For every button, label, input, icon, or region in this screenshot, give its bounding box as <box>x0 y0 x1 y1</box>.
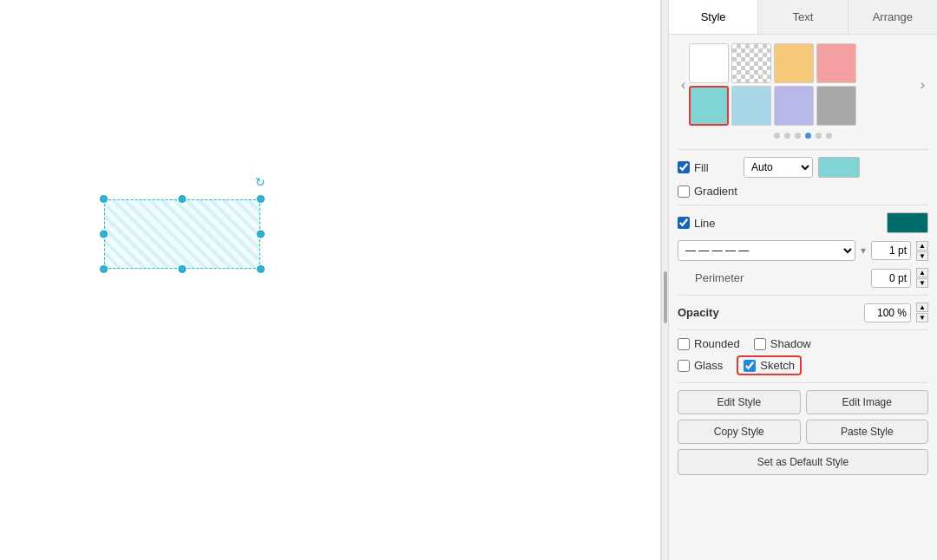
divider-5 <box>678 382 928 383</box>
panel-content: ‹ › <box>669 35 937 560</box>
line-pt-up[interactable]: ▲ <box>916 241 928 251</box>
checkboxes-row-2: Glass Sketch <box>678 355 928 375</box>
handle-top-right[interactable] <box>257 195 265 203</box>
fill-row: Fill Auto None Solid Linear Radial <box>678 157 928 178</box>
swatch-checker[interactable] <box>731 43 771 83</box>
opacity-down[interactable]: ▼ <box>916 313 928 322</box>
tab-arrange[interactable]: Arrange <box>849 0 937 34</box>
swatch-lightblue[interactable] <box>731 86 771 126</box>
set-default-button[interactable]: Set as Default Style <box>678 449 928 475</box>
opacity-label: Opacity <box>678 306 738 319</box>
tab-style[interactable]: Style <box>669 0 758 34</box>
dots-row <box>678 133 928 139</box>
opacity-up[interactable]: ▲ <box>916 303 928 312</box>
sketch-label: Sketch <box>760 359 795 372</box>
dot-3[interactable] <box>795 133 801 139</box>
fill-label: Fill <box>678 161 738 174</box>
perimeter-spinners: ▲ ▼ <box>916 268 928 288</box>
dot-6[interactable] <box>826 133 832 139</box>
gradient-label: Gradient <box>678 185 738 198</box>
perimeter-row: Perimeter ▲ ▼ <box>678 268 928 288</box>
handle-bot-right[interactable] <box>257 265 265 273</box>
line-checkbox[interactable] <box>678 217 690 229</box>
checkboxes-row-1: Rounded Shadow <box>678 337 928 350</box>
glass-item: Glass <box>678 359 723 372</box>
fill-color-swatch[interactable] <box>818 157 860 178</box>
fill-text: Fill <box>694 161 709 174</box>
gradient-checkbox[interactable] <box>678 186 690 198</box>
copy-style-button[interactable]: Copy Style <box>678 420 801 444</box>
line-pt-down[interactable]: ▼ <box>916 251 928 261</box>
canvas-area[interactable]: ↻ <box>0 0 661 560</box>
sketch-rectangle[interactable] <box>104 199 260 269</box>
dot-4[interactable] <box>805 133 811 139</box>
gradient-text: Gradient <box>694 185 737 198</box>
shadow-checkbox[interactable] <box>754 338 766 350</box>
divider-1 <box>678 149 928 150</box>
tab-bar: Style Text Arrange <box>669 0 937 35</box>
swatches-section: ‹ › <box>678 43 928 126</box>
glass-checkbox[interactable] <box>678 360 690 372</box>
handle-top-left[interactable] <box>100 195 108 203</box>
opacity-input[interactable] <box>864 303 911 322</box>
opacity-row: Opacity ▲ ▼ <box>678 303 928 322</box>
handle-mid-left[interactable] <box>100 231 108 238</box>
handle-bot-left[interactable] <box>100 265 108 273</box>
perimeter-input[interactable] <box>871 269 911 288</box>
swatch-lavender[interactable] <box>774 86 814 126</box>
divider-3 <box>678 295 928 296</box>
right-panel: Style Text Arrange ‹ › <box>668 0 937 560</box>
btn-row-1: Edit Style Edit Image <box>678 390 928 414</box>
dot-2[interactable] <box>784 133 790 139</box>
perimeter-label: Perimeter <box>678 271 744 284</box>
rounded-checkbox[interactable] <box>678 338 690 350</box>
swatches-grid <box>689 43 916 126</box>
divider-2 <box>678 205 928 205</box>
fill-select[interactable]: Auto None Solid Linear Radial <box>744 157 813 178</box>
scroll-indicator <box>661 0 668 560</box>
glass-label: Glass <box>694 359 723 372</box>
divider-4 <box>678 329 928 330</box>
line-style-arrow[interactable]: ▾ <box>861 244 866 257</box>
dot-5[interactable] <box>816 133 822 139</box>
swatches-prev-button[interactable]: ‹ <box>678 74 689 96</box>
shadow-item: Shadow <box>754 337 811 350</box>
sketch-item: Sketch <box>737 355 802 375</box>
swatch-white[interactable] <box>689 43 729 83</box>
handle-bot-mid[interactable] <box>179 265 187 273</box>
line-label: Line <box>678 217 738 230</box>
perimeter-up[interactable]: ▲ <box>916 268 928 277</box>
handle-top-mid[interactable] <box>179 195 187 203</box>
dot-1[interactable] <box>774 133 780 139</box>
handle-mid-right[interactable] <box>257 231 265 238</box>
swatch-gray[interactable] <box>816 86 856 126</box>
swatch-teal[interactable] <box>689 86 729 126</box>
line-pt-spinners: ▲ ▼ <box>916 241 928 261</box>
rounded-label: Rounded <box>694 337 740 350</box>
swatch-orange[interactable] <box>774 43 814 83</box>
swatch-pink[interactable] <box>816 43 856 83</box>
paste-style-button[interactable]: Paste Style <box>806 420 929 444</box>
btn-row-2: Copy Style Paste Style <box>678 420 928 444</box>
edit-image-button[interactable]: Edit Image <box>806 390 929 414</box>
line-text: Line <box>694 217 716 230</box>
sketch-checkbox[interactable] <box>744 360 756 372</box>
line-style-select[interactable]: — — — — — ———————— · · · · · · <box>678 240 855 261</box>
opacity-spinners: ▲ ▼ <box>916 303 928 322</box>
scroll-thumb <box>664 271 667 323</box>
edit-style-button[interactable]: Edit Style <box>678 390 801 414</box>
line-style-row: — — — — — ———————— · · · · · · ▾ ▲ ▼ <box>678 240 928 261</box>
buttons-section: Edit Style Edit Image Copy Style Paste S… <box>678 390 928 475</box>
btn-row-3: Set as Default Style <box>678 449 928 475</box>
fill-checkbox[interactable] <box>678 161 690 173</box>
line-row: Line <box>678 212 928 233</box>
line-pt-input[interactable] <box>871 241 911 260</box>
rounded-item: Rounded <box>678 337 740 350</box>
gradient-row: Gradient <box>678 185 928 198</box>
swatches-next-button[interactable]: › <box>917 74 928 96</box>
perimeter-down[interactable]: ▼ <box>916 278 928 288</box>
rotate-handle[interactable]: ↻ <box>255 175 265 189</box>
line-color-swatch[interactable] <box>887 212 928 233</box>
tab-text[interactable]: Text <box>758 0 848 34</box>
shape-container[interactable]: ↻ <box>95 191 269 277</box>
